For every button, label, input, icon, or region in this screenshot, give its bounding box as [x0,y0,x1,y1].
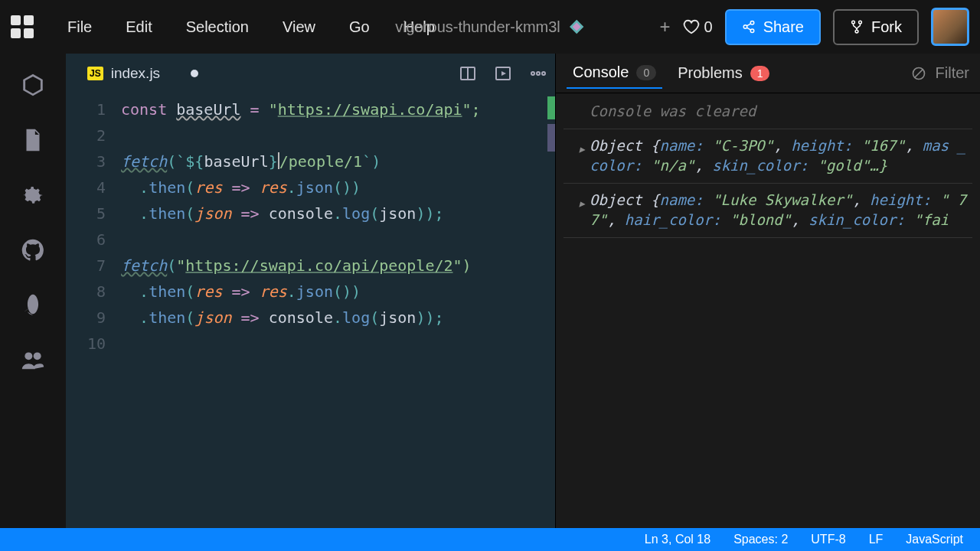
svg-line-20 [915,70,923,77]
svg-point-18 [542,72,545,75]
menu-selection[interactable]: Selection [172,14,263,41]
likes-number: 0 [704,18,713,36]
console-pane: Console 0 Problems 1 Filter Console was … [556,54,980,528]
expand-arrow-icon[interactable]: ▸ [577,139,586,158]
console-badge: 0 [636,65,656,80]
svg-line-6 [746,28,750,30]
expand-arrow-icon[interactable]: ▸ [577,193,586,213]
js-file-icon: JS [87,67,103,80]
svg-point-16 [531,72,534,75]
editor-pane: JS index.js 12345678910 const baseUrl = … [66,54,556,528]
overview-ruler-edit-icon [547,96,555,119]
more-actions-icon[interactable] [529,64,547,83]
project-title[interactable]: vigorous-thunder-kmm3l [395,18,585,36]
console-tab[interactable]: Console 0 [567,57,662,89]
svg-point-10 [24,352,32,360]
code-content[interactable]: const baseUrl = "https://swapi.co/api"; … [121,93,555,528]
user-avatar[interactable] [931,8,969,46]
svg-point-11 [34,352,41,360]
svg-point-3 [743,25,747,29]
project-template-icon [568,18,585,35]
svg-marker-15 [501,71,506,76]
console-cleared-msg: Console was cleared [564,101,972,129]
console-log-entry[interactable]: ▸ Object {name: "C-3PO", height: "167", … [564,129,972,184]
share-button[interactable]: Share [725,9,821,45]
svg-line-5 [746,24,750,26]
problems-tab[interactable]: Problems 1 [671,58,776,88]
console-output[interactable]: Console was cleared ▸ Object {name: "C-3… [556,93,980,528]
app-logo-icon[interactable] [11,15,34,38]
settings-icon[interactable] [20,182,46,211]
console-tabbar: Console 0 Problems 1 Filter [556,54,980,93]
console-log-entry[interactable]: ▸ Object {name: "Luke Skywalker", height… [564,184,972,238]
fork-label: Fork [871,18,902,36]
svg-point-7 [852,21,855,24]
tab-index-js[interactable]: JS index.js [74,54,212,93]
deployment-icon[interactable] [20,292,46,321]
filter-label[interactable]: Filter [936,64,969,82]
status-language[interactable]: JavaScript [906,533,963,546]
github-icon[interactable] [20,237,46,266]
svg-point-17 [537,72,540,75]
status-bar: Ln 3, Col 18 Spaces: 2 UTF-8 LF JavaScri… [0,528,980,551]
code-editor[interactable]: 12345678910 const baseUrl = "https://swa… [66,93,555,528]
share-label: Share [763,18,804,36]
likes-count[interactable]: 0 [683,18,713,36]
svg-point-9 [855,30,858,33]
svg-point-2 [750,21,754,25]
status-cursor-pos[interactable]: Ln 3, Col 18 [645,533,710,546]
top-menubar: File Edit Selection View Go Help vigorou… [0,0,980,54]
status-encoding[interactable]: UTF-8 [811,533,845,546]
tab-dirty-indicator-icon [191,70,198,77]
menu-file[interactable]: File [54,14,106,41]
clear-console-icon[interactable] [911,66,926,81]
line-number-gutter: 12345678910 [66,93,121,528]
new-sandbox-button[interactable]: + [659,16,670,37]
overview-ruler-selection-icon [547,124,555,152]
menu-go[interactable]: Go [335,14,384,41]
fork-icon [850,20,864,34]
status-eol[interactable]: LF [869,533,884,546]
split-editor-icon[interactable] [459,64,477,83]
live-icon[interactable] [20,347,46,377]
share-icon [742,20,756,34]
tab-filename: index.js [111,65,160,82]
problems-badge: 1 [750,66,770,81]
heart-icon [683,18,700,35]
svg-point-4 [750,29,754,33]
menu-edit[interactable]: Edit [112,14,165,41]
project-title-text: vigorous-thunder-kmm3l [395,18,560,36]
editor-tabbar: JS index.js [66,54,555,93]
activity-bar [0,54,66,528]
explorer-icon[interactable] [20,127,46,156]
svg-point-8 [859,21,862,24]
menu-view[interactable]: View [269,14,329,41]
status-indent[interactable]: Spaces: 2 [733,533,788,546]
fork-button[interactable]: Fork [833,9,919,45]
sandbox-info-icon[interactable] [20,72,46,101]
preview-icon[interactable] [494,64,512,83]
